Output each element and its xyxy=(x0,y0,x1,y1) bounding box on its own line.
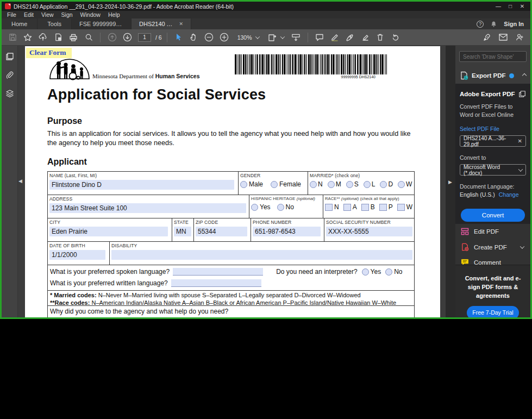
zip-field[interactable]: 55344 xyxy=(196,227,247,236)
phone-field[interactable]: 651-987-6543 xyxy=(253,227,321,236)
collapse-left-panel-icon[interactable]: ◀ xyxy=(18,178,22,184)
share-link-icon[interactable] xyxy=(480,32,493,43)
zoom-out-icon[interactable] xyxy=(203,32,216,43)
ssn-field[interactable]: XXX-XX-5555 xyxy=(326,227,412,236)
state-field[interactable]: MN xyxy=(174,227,191,236)
interpreter-yes-radio[interactable] xyxy=(362,268,369,276)
attachments-paperclip-icon[interactable] xyxy=(5,71,14,79)
tab-document-fse[interactable]: FSE 99999995 DHS2... xyxy=(72,18,132,29)
help-icon[interactable]: ? xyxy=(477,21,484,28)
tools-search-input[interactable] xyxy=(460,52,526,61)
pdf-file-icon xyxy=(5,3,11,9)
edit-pdf-tool[interactable]: Edit PDF xyxy=(455,224,530,239)
free-trial-button[interactable]: Free 7-Day Trial xyxy=(467,306,519,319)
written-language-field[interactable] xyxy=(171,279,261,287)
married-n-radio[interactable] xyxy=(310,181,317,188)
gender-male-radio[interactable] xyxy=(240,181,247,188)
rotate-icon[interactable] xyxy=(389,32,402,43)
menu-help[interactable]: Help xyxy=(108,11,120,18)
select-tool-icon[interactable] xyxy=(172,32,185,43)
close-button[interactable]: ✕ xyxy=(516,3,528,9)
print-icon[interactable] xyxy=(67,32,80,43)
race-b-checkbox[interactable] xyxy=(361,204,369,211)
create-pdf-tool[interactable]: Create PDF xyxy=(455,239,530,255)
purpose-heading: Purpose xyxy=(47,116,416,126)
hand-tool-icon[interactable] xyxy=(187,32,201,43)
zoom-dropdown-icon[interactable] xyxy=(255,34,259,39)
save-icon[interactable] xyxy=(6,32,19,43)
favorite-star-icon[interactable] xyxy=(21,32,34,43)
mn-dhs-logo xyxy=(48,57,91,81)
page-fit-dropdown-icon[interactable] xyxy=(280,34,284,39)
married-s-radio[interactable] xyxy=(346,181,353,188)
select-pdf-file-label[interactable]: Select PDF File xyxy=(460,126,526,132)
expand-right-panel-icon[interactable]: ▶ xyxy=(448,179,452,185)
interpreter-no-radio[interactable] xyxy=(385,268,392,276)
title-bar: DHS2140 Application __291_04-23-2024-10-… xyxy=(2,2,530,11)
remove-file-icon[interactable]: ✕ xyxy=(518,138,522,144)
export-locked-page-icon[interactable] xyxy=(52,32,65,43)
highlight-pen-icon[interactable] xyxy=(328,32,341,43)
previous-page-icon[interactable] xyxy=(105,32,118,43)
disability-field[interactable] xyxy=(111,250,412,260)
spoken-language-question: What is your preferred spoken language? xyxy=(50,268,170,276)
tab-document-dhs2140[interactable]: DHS2140 Applicatio... ✕ xyxy=(132,18,191,29)
page-fit-icon[interactable] xyxy=(266,32,279,43)
tab-home[interactable]: Home xyxy=(2,18,37,29)
change-language-link[interactable]: Change xyxy=(499,191,519,198)
race-w-checkbox[interactable] xyxy=(397,204,405,211)
tab-tools[interactable]: Tools xyxy=(37,18,72,29)
agency-answer-field[interactable] xyxy=(50,317,412,319)
zoom-in-icon[interactable] xyxy=(218,32,231,43)
married-l-radio[interactable] xyxy=(364,181,371,188)
menu-edit[interactable]: Edit xyxy=(24,11,34,18)
layers-icon[interactable] xyxy=(5,89,14,98)
race-n-checkbox[interactable] xyxy=(325,204,333,211)
dob-field[interactable]: 1/1/2000 xyxy=(49,250,105,260)
address-field[interactable]: 123 Main Street Suite 100 xyxy=(49,203,246,213)
minimize-button[interactable]: — xyxy=(492,3,504,9)
gender-female-radio[interactable] xyxy=(271,181,278,188)
tab-close-icon[interactable]: ✕ xyxy=(179,21,183,27)
panel-gutter: ▶ xyxy=(446,46,455,317)
name-field[interactable]: Flintstone Dino D xyxy=(49,180,234,190)
stamp-icon[interactable] xyxy=(359,32,372,43)
comment-bubble-icon[interactable] xyxy=(313,32,326,43)
sync-badge-icon xyxy=(509,73,514,78)
next-page-icon[interactable] xyxy=(121,32,134,43)
menu-file[interactable]: File xyxy=(7,11,16,18)
convert-button[interactable]: Convert xyxy=(461,209,525,222)
zoom-level-value[interactable]: 130% xyxy=(237,34,252,41)
sign-in-button[interactable]: Sign In xyxy=(504,21,524,27)
married-m-radio[interactable] xyxy=(328,181,335,188)
hispanic-yes-radio[interactable] xyxy=(251,204,258,211)
race-p-checkbox[interactable] xyxy=(379,204,387,211)
menu-view[interactable]: View xyxy=(41,11,54,18)
menu-sign[interactable]: Sign xyxy=(61,11,73,18)
scrolling-mode-icon[interactable] xyxy=(290,32,303,43)
fill-sign-pen-icon[interactable] xyxy=(343,32,356,43)
format-dropdown[interactable]: Microsoft Word (*.docx) xyxy=(460,164,526,176)
share-upload-icon[interactable] xyxy=(36,32,49,43)
delete-trash-icon[interactable] xyxy=(374,32,387,43)
page-thumbnails-icon[interactable] xyxy=(5,52,14,61)
export-pdf-header[interactable]: Export PDF xyxy=(455,67,530,84)
tools-search-box[interactable] xyxy=(459,51,527,62)
maximize-button[interactable]: □ xyxy=(504,3,516,9)
married-d-radio[interactable] xyxy=(380,181,387,188)
dob-label: DATE OF BIRTH xyxy=(49,243,108,248)
purpose-text: This is an application for social servic… xyxy=(47,129,416,148)
notifications-bell-icon[interactable] xyxy=(490,21,497,28)
collapse-panel-chevron-icon[interactable] xyxy=(522,73,527,78)
hispanic-no-radio[interactable] xyxy=(277,204,284,211)
married-w-radio[interactable] xyxy=(398,181,405,188)
menu-window[interactable]: Window xyxy=(80,11,101,18)
city-field[interactable]: Eden Prairie xyxy=(49,227,168,236)
page-number-input[interactable]: 1 xyxy=(138,33,151,42)
email-icon[interactable] xyxy=(497,32,510,43)
race-a-checkbox[interactable] xyxy=(343,204,351,211)
spoken-language-field[interactable] xyxy=(173,268,263,276)
selected-file-chip[interactable]: DHS2140 A...-36-29.pdf ✕ xyxy=(460,135,526,147)
search-icon[interactable] xyxy=(82,32,95,43)
invite-person-icon[interactable] xyxy=(513,32,526,43)
